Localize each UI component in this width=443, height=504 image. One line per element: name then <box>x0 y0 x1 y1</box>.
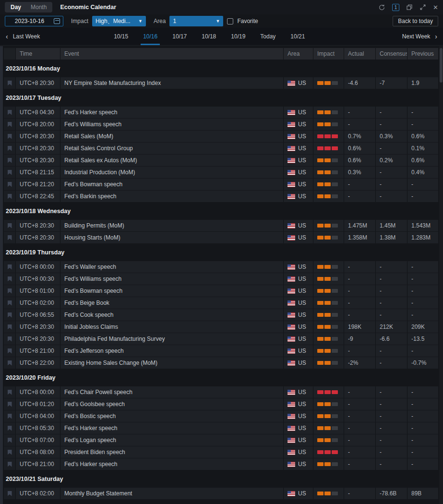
pin-cell[interactable] <box>4 131 16 142</box>
table-row[interactable]: UTC+8 20:30Initial Jobless ClaimsUS198K2… <box>4 321 438 333</box>
pin-cell[interactable] <box>4 155 16 166</box>
bookmark-icon[interactable] <box>8 235 12 240</box>
pin-cell[interactable] <box>4 398 16 410</box>
bookmark-icon[interactable] <box>8 450 12 455</box>
pin-cell[interactable] <box>4 261 16 273</box>
table-row[interactable]: UTC+8 00:30Fed’s Williams speechUS--- <box>4 273 438 285</box>
bookmark-icon[interactable] <box>8 288 12 294</box>
pin-cell[interactable] <box>4 333 16 345</box>
pin-cell[interactable] <box>4 434 16 446</box>
table-row[interactable]: UTC+8 20:30Housing Starts (MoM)US1.358M1… <box>4 232 438 243</box>
pin-cell[interactable] <box>4 345 16 357</box>
table-row[interactable]: UTC+8 20:00Fed’s Williams speechUS--- <box>4 119 438 130</box>
table-row[interactable]: UTC+8 07:00Fed’s Logan speechUS--- <box>4 434 438 446</box>
table-row[interactable]: UTC+8 05:30Fed’s Harker speechUS--- <box>4 422 438 434</box>
table-row[interactable]: UTC+8 21:00Fed’s Jefferson speechUS--- <box>4 345 438 357</box>
close-icon[interactable]: ✕ <box>433 4 438 11</box>
table-row[interactable]: UTC+8 22:45Fed’s Barkin speechUS--- <box>4 191 438 202</box>
week-day-tab-10-16[interactable]: 10/16 <box>142 28 158 45</box>
table-row[interactable]: UTC+8 20:30Retail Sales ex Autos (MoM)US… <box>4 155 438 166</box>
tab-count-badge[interactable]: 1 <box>392 4 399 11</box>
table-row[interactable]: UTC+8 02:00Fed’s Beige BookUS--- <box>4 297 438 309</box>
bookmark-icon[interactable] <box>8 426 12 431</box>
table-row[interactable]: UTC+8 01:00Fed’s Bowman speechUS--- <box>4 285 438 297</box>
bookmark-icon[interactable] <box>8 348 12 354</box>
mode-tab-day[interactable]: Day <box>6 3 26 12</box>
pin-cell[interactable] <box>4 179 16 190</box>
scrollbar-thumb[interactable] <box>440 48 443 83</box>
week-day-tab-10-15[interactable]: 10/15 <box>113 28 129 45</box>
area-dropdown[interactable]: 1 ▼ <box>169 16 223 26</box>
bookmark-icon[interactable] <box>8 223 12 228</box>
restore-window-icon[interactable] <box>406 4 413 11</box>
expand-icon[interactable] <box>419 4 426 11</box>
table-row[interactable]: UTC+8 04:00Fed’s Bostic speechUS--- <box>4 410 438 422</box>
vertical-scrollbar[interactable] <box>439 46 443 504</box>
pin-cell[interactable] <box>4 309 16 321</box>
pin-cell[interactable] <box>4 321 16 333</box>
pin-cell[interactable] <box>4 357 16 369</box>
back-to-today-button[interactable]: Back to today <box>393 16 438 26</box>
bookmark-icon[interactable] <box>8 414 12 419</box>
table-row[interactable]: UTC+8 20:30Retail Sales Control GroupUS0… <box>4 143 438 154</box>
table-row[interactable]: UTC+8 04:30Fed’s Harker speechUS--- <box>4 107 438 118</box>
table-row[interactable]: UTC+8 01:20Fed’s Goolsbee speechUS--- <box>4 398 438 410</box>
bookmark-icon[interactable] <box>8 134 12 139</box>
pin-cell[interactable] <box>4 191 16 202</box>
pin-cell[interactable] <box>4 410 16 422</box>
pin-cell[interactable] <box>4 119 16 130</box>
mode-tab-month[interactable]: Month <box>26 3 51 12</box>
bookmark-icon[interactable] <box>8 491 12 496</box>
pin-cell[interactable] <box>4 488 16 499</box>
pin-cell[interactable] <box>4 446 16 458</box>
table-row[interactable]: UTC+8 20:30Retail Sales (MoM)US0.7%0.3%0… <box>4 131 438 142</box>
week-day-tab-10-21[interactable]: 10/21 <box>289 28 306 45</box>
bookmark-icon[interactable] <box>8 110 12 115</box>
bookmark-icon[interactable] <box>8 312 12 318</box>
refresh-icon[interactable] <box>378 4 385 11</box>
week-day-tab-10-19[interactable]: 10/19 <box>230 28 246 45</box>
bookmark-icon[interactable] <box>8 264 12 270</box>
pin-cell[interactable] <box>4 220 16 231</box>
bookmark-icon[interactable] <box>8 360 12 366</box>
table-row[interactable]: UTC+8 00:00Fed’s Chair Powell speechUS--… <box>4 386 438 398</box>
table-row[interactable]: UTC+8 06:55Fed’s Cook speechUS--- <box>4 309 438 321</box>
pin-cell[interactable] <box>4 232 16 243</box>
last-week-button[interactable]: ‹ Last Week <box>6 33 40 40</box>
pin-cell[interactable] <box>4 297 16 309</box>
bookmark-icon[interactable] <box>8 194 12 199</box>
week-day-tab-today[interactable]: Today <box>259 28 276 45</box>
bookmark-icon[interactable] <box>8 462 12 467</box>
bookmark-icon[interactable] <box>8 402 12 407</box>
pin-cell[interactable] <box>4 386 16 398</box>
bookmark-icon[interactable] <box>8 170 12 175</box>
pin-cell[interactable] <box>4 285 16 297</box>
week-day-tab-10-17[interactable]: 10/17 <box>171 28 188 45</box>
favorite-checkbox[interactable] <box>227 18 233 24</box>
bookmark-icon[interactable] <box>8 336 12 342</box>
bookmark-icon[interactable] <box>8 300 12 306</box>
bookmark-icon[interactable] <box>8 324 12 330</box>
pin-cell[interactable] <box>4 143 16 154</box>
week-day-tab-10-18[interactable]: 10/18 <box>201 28 217 45</box>
bookmark-icon[interactable] <box>8 158 12 163</box>
bookmark-icon[interactable] <box>8 122 12 127</box>
table-row[interactable]: UTC+8 21:15Industrial Production (MoM)US… <box>4 167 438 178</box>
bookmark-icon[interactable] <box>8 81 12 86</box>
bookmark-icon[interactable] <box>8 390 12 395</box>
pin-cell[interactable] <box>4 77 16 89</box>
pin-cell[interactable] <box>4 422 16 434</box>
next-week-button[interactable]: Next Week › <box>402 33 437 40</box>
table-row[interactable]: UTC+8 20:30Building Permits (MoM)US1.475… <box>4 220 438 231</box>
bookmark-icon[interactable] <box>8 182 12 187</box>
bookmark-icon[interactable] <box>8 146 12 151</box>
table-row[interactable]: UTC+8 20:30Philadelphia Fed Manufacturin… <box>4 333 438 345</box>
date-picker[interactable]: 2023-10-16 <box>5 16 63 26</box>
table-row[interactable]: UTC+8 22:00Existing Home Sales Change (M… <box>4 357 438 369</box>
table-row[interactable]: UTC+8 00:00Fed’s Waller speechUS--- <box>4 261 438 273</box>
pin-cell[interactable] <box>4 458 16 470</box>
table-row[interactable]: UTC+8 08:00President Biden speechUS--- <box>4 446 438 458</box>
pin-cell[interactable] <box>4 107 16 118</box>
impact-dropdown[interactable]: High、Medi... ▼ <box>92 16 146 26</box>
table-row[interactable]: UTC+8 20:30NY Empire State Manufacturing… <box>4 77 438 89</box>
